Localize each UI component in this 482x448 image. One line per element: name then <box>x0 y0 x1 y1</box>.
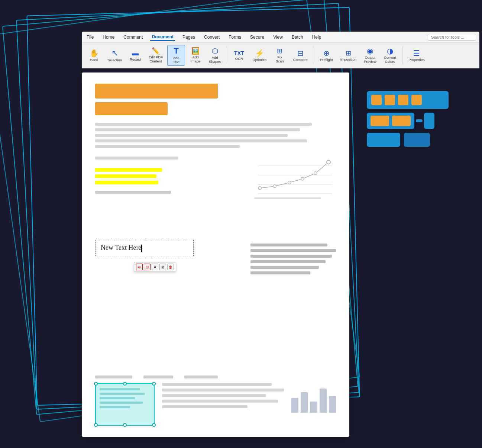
optimize-icon: ⚡ <box>255 49 264 57</box>
tool-imposition[interactable]: ⊞ Imposition <box>337 48 359 63</box>
tool-output-preview[interactable]: ◉ OutputPreview <box>361 46 379 65</box>
text-line <box>162 383 272 386</box>
text-line <box>162 394 266 397</box>
tool-add-shapes[interactable]: ⬡ AddShapes <box>206 46 224 65</box>
menu-view[interactable]: View <box>272 34 284 41</box>
tool-add-text[interactable]: T AddText <box>167 45 185 66</box>
tool-fix-scan-label: FixScan <box>276 55 284 63</box>
text-cursor <box>141 245 142 252</box>
convert-colors-icon: ◑ <box>387 47 393 55</box>
toolbar-menu: File Home Comment Document Pages Convert… <box>82 32 479 43</box>
text-line <box>250 266 319 269</box>
text-line <box>95 376 132 378</box>
bar <box>329 396 336 413</box>
svg-point-4 <box>258 187 261 190</box>
bar <box>301 392 308 413</box>
text-tool-2[interactable]: ⊡ <box>144 264 151 270</box>
tool-edit-pdf[interactable]: ✏️ Edit PDFContent <box>146 46 166 65</box>
handle-bl[interactable] <box>94 423 98 427</box>
tool-add-image-label: AddImage <box>191 55 200 63</box>
image-selection-box <box>95 383 155 426</box>
document-page: New Text Here ⊘ ⊡ A ⊠ 🗑 <box>82 72 349 437</box>
menu-convert[interactable]: Convert <box>203 34 221 41</box>
svg-point-7 <box>301 177 304 180</box>
handle-bm[interactable] <box>123 423 127 427</box>
text-tool-1[interactable]: ⊘ <box>136 264 143 270</box>
tool-properties[interactable]: ☰ Properties <box>405 48 427 63</box>
svg-point-8 <box>314 172 317 175</box>
menu-comment[interactable]: Comment <box>122 34 144 41</box>
text-line <box>250 244 327 246</box>
text-tool-3[interactable]: A <box>152 264 158 270</box>
diagram-block <box>398 95 408 105</box>
highlight-block <box>95 181 158 184</box>
text-line <box>250 271 310 274</box>
fix-scan-icon: ⊞ <box>277 48 282 54</box>
bar <box>320 389 327 413</box>
menu-forms[interactable]: Forms <box>227 34 243 41</box>
text-line <box>95 128 300 131</box>
tool-optimize[interactable]: ⚡ Optimize <box>249 48 269 63</box>
tool-add-shapes-label: AddShapes <box>209 55 221 64</box>
toolbar-search-input[interactable] <box>428 34 476 41</box>
diagram-block-bottom <box>367 133 400 147</box>
text-edit-box[interactable]: New Text Here <box>95 240 194 256</box>
text-line <box>162 405 248 408</box>
tool-fix-scan[interactable]: ⊞ FixScan <box>271 46 289 65</box>
tool-properties-label: Properties <box>408 58 424 62</box>
highlight-block <box>95 174 156 178</box>
text-line <box>95 157 178 159</box>
diagram-block <box>371 95 382 105</box>
handle-tm[interactable] <box>123 382 127 386</box>
redact-icon: ▬ <box>132 50 139 57</box>
toolbar-icons: ✋ Hand ↖ Selection ▬ Redact ✏️ Edit PDFC… <box>82 43 479 68</box>
divider-2 <box>314 46 314 64</box>
tool-redact[interactable]: ▬ Redact <box>126 48 144 63</box>
hand-icon: ✋ <box>90 49 99 57</box>
handle-tr[interactable] <box>152 382 156 386</box>
menu-secure[interactable]: Secure <box>249 34 266 41</box>
menu-document[interactable]: Document <box>150 33 175 41</box>
handle-br[interactable] <box>152 423 156 427</box>
bar-chart <box>291 383 336 413</box>
tool-imposition-label: Imposition <box>340 57 356 61</box>
text-line <box>95 191 171 194</box>
tool-edit-label: Edit PDFContent <box>149 55 163 63</box>
tool-add-image[interactable]: 🖼️ AddImage <box>187 46 204 65</box>
tool-convert-colors[interactable]: ◑ ConvertColors <box>381 46 399 65</box>
tool-redact-label: Redact <box>130 57 141 61</box>
text-tool-5[interactable]: 🗑 <box>167 264 174 270</box>
menu-pages[interactable]: Pages <box>181 34 197 41</box>
text-line <box>184 376 218 378</box>
connector <box>416 119 423 122</box>
tool-preflight[interactable]: ⊕ Preflight <box>317 48 336 63</box>
diagram-block <box>371 116 389 126</box>
diagram-block <box>385 95 395 105</box>
highlight-block <box>95 168 162 172</box>
text-line <box>143 376 173 378</box>
tool-selection[interactable]: ↖ Selection <box>104 48 125 64</box>
divider-1 <box>227 46 227 64</box>
tool-hand[interactable]: ✋ Hand <box>85 48 103 63</box>
toolbar: File Home Comment Document Pages Convert… <box>82 32 479 68</box>
svg-point-9 <box>327 160 330 164</box>
menu-help[interactable]: Help <box>311 34 323 41</box>
output-preview-icon: ◉ <box>367 47 373 55</box>
tool-ocr[interactable]: TXT OCR <box>230 49 248 62</box>
tool-compare[interactable]: ⊟ Compare <box>290 48 311 63</box>
tool-ocr-label: OCR <box>235 57 243 61</box>
tool-preflight-label: Preflight <box>320 58 333 62</box>
menu-home[interactable]: Home <box>101 34 116 41</box>
text-line <box>95 134 288 137</box>
properties-icon: ☰ <box>413 49 420 57</box>
menu-batch[interactable]: Batch <box>290 34 305 41</box>
tool-add-text-label: AddText <box>173 56 179 64</box>
tool-selection-label: Selection <box>107 58 122 62</box>
tool-output-preview-label: OutputPreview <box>364 55 376 64</box>
menu-file[interactable]: File <box>85 34 95 41</box>
text-tool-4[interactable]: ⊠ <box>159 264 166 270</box>
preflight-icon: ⊕ <box>323 49 330 57</box>
tool-hand-label: Hand <box>90 58 98 62</box>
handle-tl[interactable] <box>94 382 98 386</box>
tool-optimize-label: Optimize <box>252 58 266 62</box>
